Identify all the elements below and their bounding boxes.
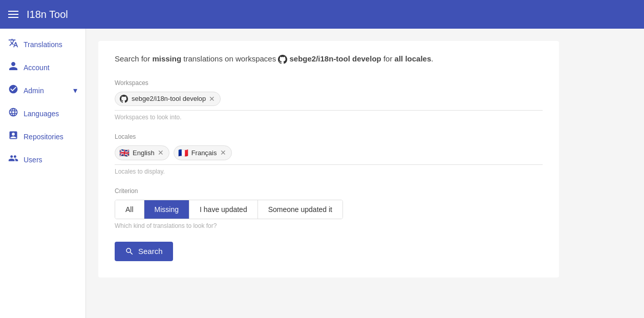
criterion-group: All Missing I have updated Someone updat… [115,200,343,219]
sidebar-item-admin-inner: Admin [8,84,44,97]
english-flag: 🇬🇧 [119,148,130,158]
sidebar-item-users-label: Users [24,156,42,164]
search-card: Search for missing translations on works… [98,41,559,278]
workspaces-hint: Workspaces to look into. [115,114,543,121]
locales-section: Locales 🇬🇧 English ✕ 🇫🇷 Français ✕ Local… [115,133,543,175]
locale-tag-francais: 🇫🇷 Français ✕ [174,145,232,160]
criterion-section: Criterion All Missing I have updated Som… [115,187,543,229]
topbar: I18n Tool [0,0,644,29]
sidebar-item-account-label: Account [24,63,50,72]
layout: Translations Account Admin ▾ [0,29,644,318]
locale-french-label: Français [191,149,217,157]
locale-tag-english: 🇬🇧 English ✕ [115,145,169,160]
locales-label: Locales [115,133,543,140]
criterion-someone-updated[interactable]: Someone updated it [258,200,342,219]
sidebar-item-repositories-label: Repositories [24,133,63,141]
criterion-all[interactable]: All [115,200,144,219]
sidebar-item-translations-label: Translations [24,40,62,49]
search-button-label: Search [138,247,163,256]
locales-tag-row: 🇬🇧 English ✕ 🇫🇷 Français ✕ [115,145,543,165]
language-icon [8,107,18,120]
criterion-label: Criterion [115,187,543,195]
criterion-hint: Which kind of translations to look for? [115,222,543,229]
main-content: Search for missing translations on works… [86,29,644,318]
locale-english-remove[interactable]: ✕ [158,149,164,156]
locales-hint: Locales to display. [115,168,543,175]
workspace-tag-label: sebge2/i18n-tool develop [132,95,206,102]
sidebar-item-translations[interactable]: Translations [0,33,85,56]
workspace-tag-remove[interactable]: ✕ [209,95,215,102]
translate-icon [8,38,18,51]
desc-workspace-name: sebge2/i18n-tool develop [290,54,381,63]
workspace-tag: sebge2/i18n-tool develop ✕ [115,92,221,106]
sidebar-item-account[interactable]: Account [0,56,85,79]
desc-prefix: Search for [115,54,152,63]
app-title: I18n Tool [27,9,68,20]
desc-keyword: missing [152,54,181,63]
criterion-missing[interactable]: Missing [144,200,189,219]
locale-french-remove[interactable]: ✕ [220,149,226,156]
search-button[interactable]: Search [115,242,173,261]
search-icon [125,247,134,256]
workspaces-label: Workspaces [115,79,543,87]
menu-icon[interactable] [8,11,18,18]
person-icon [8,61,18,74]
workspaces-tag-row: sebge2/i18n-tool develop ✕ [115,92,543,111]
desc-end: . [431,54,433,63]
desc-middle: translations on workspaces [181,54,278,63]
sidebar: Translations Account Admin ▾ [0,29,86,318]
sidebar-item-languages-label: Languages [24,110,59,118]
admin-icon [8,84,18,97]
desc-locales: all locales [395,54,432,63]
sidebar-item-repositories[interactable]: Repositories [0,125,85,148]
locale-english-label: English [133,149,155,157]
french-flag: 🇫🇷 [178,148,188,158]
criterion-i-have-updated[interactable]: I have updated [189,200,258,219]
people-icon [8,153,18,166]
sidebar-item-languages[interactable]: Languages [0,102,85,125]
github-icon [119,94,128,103]
sidebar-item-admin[interactable]: Admin ▾ [0,79,85,102]
repo-icon [8,130,18,143]
workspaces-section: Workspaces sebge2/i18n-tool develop ✕ Wo… [115,79,543,121]
chevron-down-icon: ▾ [73,86,77,95]
description: Search for missing translations on works… [115,53,543,65]
desc-for: for [381,54,395,63]
sidebar-item-admin-label: Admin [24,87,44,95]
sidebar-item-users[interactable]: Users [0,148,85,171]
